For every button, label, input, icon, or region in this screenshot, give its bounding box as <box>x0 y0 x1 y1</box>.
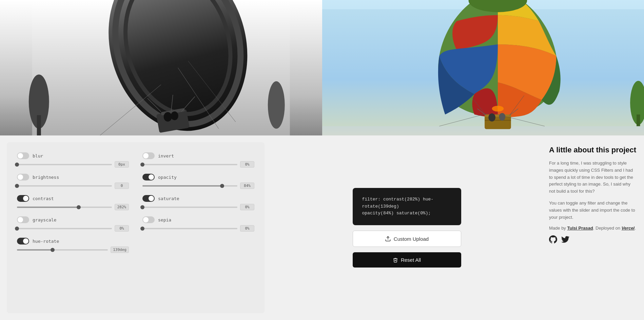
reset-all-button[interactable]: Reset All <box>353 252 461 268</box>
platform-suffix: . <box>635 226 636 231</box>
saturate-toggle[interactable] <box>142 195 155 202</box>
sepia-slider-row: 0% <box>142 225 254 232</box>
platform-link[interactable]: Vercel <box>622 226 635 231</box>
filter-row-invert: invert 0% <box>142 152 254 168</box>
brightness-label: brightness <box>33 175 59 180</box>
filter-row-saturate: saturate 0% <box>142 195 254 210</box>
opacity-slider-row: 84% <box>142 183 254 189</box>
filters-right-column: invert 0% <box>142 152 254 259</box>
saturate-slider[interactable] <box>142 207 237 208</box>
invert-label: invert <box>158 153 174 158</box>
image-panel-left <box>0 0 322 135</box>
svg-point-16 <box>268 81 285 129</box>
hue-rotate-value: 139deg <box>111 247 129 253</box>
invert-slider-row: 0% <box>142 161 254 168</box>
grayscale-label: grayscale <box>33 217 56 222</box>
css-line2: opacity(84%) saturate(0%); <box>362 211 431 216</box>
sepia-value: 0% <box>240 225 254 232</box>
brightness-value: 0 <box>115 183 129 189</box>
hue-rotate-slider[interactable] <box>17 249 108 251</box>
blur-value: 0px <box>115 161 129 168</box>
svg-rect-32 <box>637 114 640 126</box>
brightness-slider[interactable] <box>17 185 112 187</box>
css-output-box: filter: contrast(282%) hue-rotate(139deg… <box>353 188 461 225</box>
blur-toggle[interactable] <box>17 152 29 159</box>
svg-point-10 <box>171 111 178 120</box>
svg-rect-15 <box>37 115 41 135</box>
invert-toggle[interactable] <box>142 152 155 159</box>
opacity-toggle[interactable] <box>142 174 155 180</box>
filters-grid: blur 0px <box>17 152 254 259</box>
sepia-toggle[interactable] <box>142 216 155 223</box>
saturate-label: saturate <box>158 196 179 201</box>
svg-point-24 <box>499 113 505 121</box>
upload-icon <box>385 236 391 242</box>
svg-point-9 <box>164 112 172 122</box>
saturate-slider-row: 0% <box>142 204 254 210</box>
svg-point-19 <box>492 106 504 111</box>
blur-slider-row: 0px <box>17 161 129 168</box>
invert-value: 0% <box>240 161 254 168</box>
opacity-value: 84% <box>240 183 254 189</box>
author-link[interactable]: Tulsi Prasad <box>567 226 593 231</box>
filter-row-brightness: brightness 0 <box>17 174 129 189</box>
css-line1: filter: contrast(282%) hue-rotate(139deg… <box>362 197 434 209</box>
about-title: A little about this project <box>549 146 637 154</box>
contrast-slider-row: 282% <box>17 204 129 210</box>
contrast-value: 282% <box>115 204 129 210</box>
saturate-value: 0% <box>240 204 254 210</box>
about-panel: A little about this project For a long t… <box>542 135 644 320</box>
filter-row-contrast: contrast 282% <box>17 195 129 210</box>
github-icon <box>549 235 557 243</box>
grayscale-slider-row: 0% <box>17 225 129 232</box>
filter-row-opacity: opacity 84% <box>142 174 254 189</box>
about-paragraph2: You can toggle any filter and change the… <box>549 200 637 221</box>
brightness-toggle[interactable] <box>17 174 29 180</box>
platform-name: Vercel <box>622 226 635 231</box>
filter-row-sepia: sepia 0% <box>142 216 254 232</box>
social-icons <box>549 235 637 245</box>
custom-upload-button[interactable]: Custom Upload <box>353 231 461 247</box>
github-link[interactable] <box>549 235 557 245</box>
reset-all-label: Reset All <box>401 257 421 263</box>
brightness-slider-row: 0 <box>17 183 129 189</box>
blur-label: blur <box>33 153 43 158</box>
contrast-slider[interactable] <box>17 207 112 208</box>
blur-slider[interactable] <box>17 164 112 165</box>
deployed-prefix: . Deployed on <box>593 226 622 231</box>
contrast-toggle[interactable] <box>17 195 29 202</box>
images-row <box>0 0 644 135</box>
custom-upload-label: Custom Upload <box>394 236 429 242</box>
filter-row-grayscale: grayscale 0% <box>17 216 129 232</box>
right-panel: filter: contrast(282%) hue-rotate(139deg… <box>271 135 542 320</box>
hue-rotate-slider-row: 139deg <box>17 247 129 253</box>
opacity-slider[interactable] <box>142 185 237 187</box>
made-by-prefix: Made by <box>549 226 567 231</box>
trash-icon <box>393 257 398 263</box>
bottom-row: blur 0px <box>0 135 644 320</box>
grayscale-value: 0% <box>115 225 129 232</box>
svg-point-23 <box>488 113 495 122</box>
filters-left-column: blur 0px <box>17 152 129 259</box>
twitter-icon <box>561 235 569 243</box>
sepia-slider[interactable] <box>142 228 237 229</box>
image-panel-right <box>322 0 644 135</box>
filter-row-blur: blur 0px <box>17 152 129 168</box>
invert-slider[interactable] <box>142 164 237 165</box>
sepia-label: sepia <box>158 217 171 222</box>
balloon-right-svg <box>322 0 644 135</box>
contrast-label: contrast <box>33 196 54 201</box>
grayscale-slider[interactable] <box>17 228 112 229</box>
opacity-label: opacity <box>158 175 177 180</box>
twitter-link[interactable] <box>561 235 569 245</box>
hue-rotate-toggle[interactable] <box>17 238 29 244</box>
about-paragraph1: For a long time, I was struggling to sty… <box>549 160 637 195</box>
filter-row-hue-rotate: hue-rotate 139deg <box>17 238 129 253</box>
balloon-left-svg <box>0 0 322 135</box>
hue-rotate-label: hue-rotate <box>33 239 59 244</box>
grayscale-toggle[interactable] <box>17 216 29 223</box>
made-by-text: Made by Tulsi Prasad. Deployed on Vercel… <box>549 226 637 231</box>
filters-panel: blur 0px <box>7 142 265 313</box>
